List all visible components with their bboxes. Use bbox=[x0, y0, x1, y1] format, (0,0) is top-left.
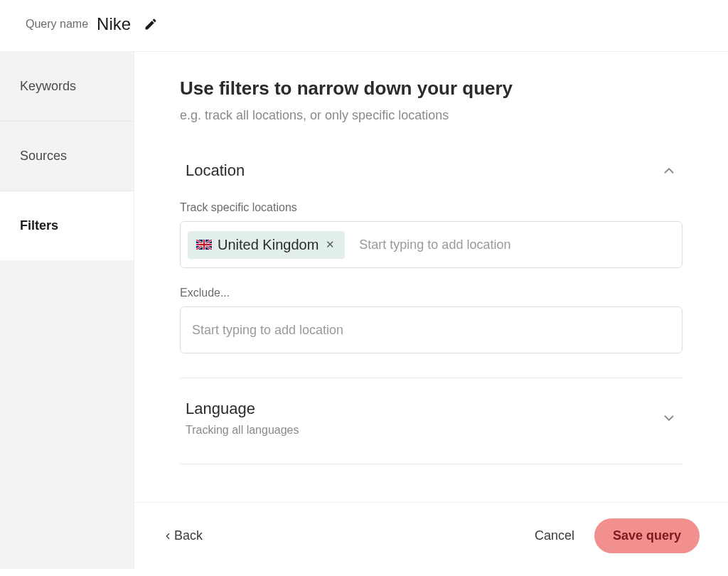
location-chip-label: United Kingdom bbox=[218, 237, 318, 253]
sidebar-item-label: Filters bbox=[20, 218, 58, 233]
main-content: Use filters to narrow down your query e.… bbox=[134, 52, 728, 502]
location-include-label: Track specific locations bbox=[180, 201, 682, 214]
sidebar: Keywords Sources Filters bbox=[0, 52, 134, 569]
language-title: Language bbox=[186, 400, 299, 418]
location-chip: United Kingdom ✕ bbox=[188, 231, 345, 259]
location-include-input-wrap[interactable]: United Kingdom ✕ bbox=[180, 221, 682, 268]
back-button[interactable]: Back bbox=[163, 528, 203, 543]
chevron-left-icon bbox=[163, 531, 173, 541]
edit-icon[interactable] bbox=[144, 17, 158, 31]
page-title: Use filters to narrow down your query bbox=[180, 78, 682, 100]
location-exclude-input[interactable] bbox=[188, 314, 675, 346]
chip-remove-icon[interactable]: ✕ bbox=[324, 238, 336, 251]
chevron-up-icon bbox=[661, 163, 677, 178]
sidebar-item-filters[interactable]: Filters bbox=[0, 191, 134, 260]
language-subtitle: Tracking all languages bbox=[186, 424, 299, 437]
sidebar-item-keywords[interactable]: Keywords bbox=[0, 52, 134, 122]
language-accordion-toggle[interactable]: Language Tracking all languages bbox=[180, 397, 682, 439]
query-name-label: Query name bbox=[26, 18, 88, 31]
chevron-down-icon bbox=[661, 410, 677, 426]
location-section: Location Track specific locations bbox=[180, 159, 682, 378]
save-query-button[interactable]: Save query bbox=[594, 518, 700, 553]
location-exclude-label: Exclude... bbox=[180, 287, 682, 299]
footer: Back Cancel Save query bbox=[134, 502, 728, 569]
sidebar-item-sources[interactable]: Sources bbox=[0, 122, 134, 191]
header: Query name Nike bbox=[0, 0, 728, 52]
location-include-input[interactable] bbox=[355, 229, 675, 261]
page-subtitle: e.g. track all locations, or only specif… bbox=[180, 108, 682, 123]
query-name-value: Nike bbox=[97, 14, 131, 34]
sidebar-item-label: Keywords bbox=[20, 79, 76, 93]
cancel-button[interactable]: Cancel bbox=[535, 528, 574, 543]
location-accordion-toggle[interactable]: Location bbox=[180, 159, 682, 183]
back-label: Back bbox=[174, 528, 203, 543]
uk-flag-icon bbox=[196, 240, 212, 250]
sidebar-item-label: Sources bbox=[20, 149, 67, 163]
language-section: Language Tracking all languages bbox=[180, 397, 682, 464]
location-title: Location bbox=[186, 161, 245, 180]
location-exclude-input-wrap[interactable] bbox=[180, 306, 682, 353]
